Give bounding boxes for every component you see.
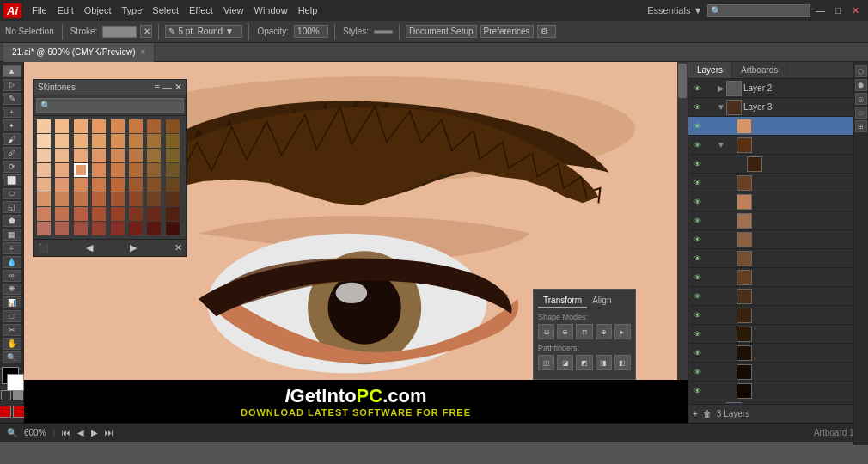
layer-row-1[interactable]: 👁 ▼ Layer 3 [688, 98, 868, 117]
swatch-13[interactable] [129, 134, 143, 148]
vertical-scrollbar[interactable] [677, 62, 688, 412]
swatch-62[interactable] [147, 222, 161, 235]
layer-vis-9[interactable]: 👁 [690, 254, 704, 263]
tool-symbol[interactable]: ❋ [3, 284, 21, 296]
transform-tab[interactable]: Transform [538, 294, 587, 308]
swatch-52[interactable] [111, 207, 125, 221]
skintones-search-input[interactable] [36, 98, 184, 113]
merge-btn[interactable]: ◩ [576, 355, 592, 370]
swatch-63[interactable] [166, 222, 180, 235]
layer-vis-0[interactable]: 👁 [690, 84, 704, 93]
swatch-33[interactable] [55, 178, 69, 192]
layer-expand-0[interactable]: ▶ [716, 83, 726, 93]
intersect-btn[interactable]: ⊓ [576, 324, 592, 339]
crop-btn[interactable]: ◨ [596, 355, 612, 370]
swatch-50[interactable] [74, 207, 88, 221]
styles-box[interactable] [374, 30, 393, 34]
swatch-29[interactable] [129, 163, 143, 177]
layer-row-12[interactable]: 👁 [688, 306, 868, 325]
menu-edit[interactable]: Edit [52, 3, 79, 17]
swatch-40[interactable] [37, 192, 51, 206]
swatch-37[interactable] [129, 178, 143, 192]
right-tool-4[interactable]: ⬭ [855, 107, 867, 119]
expand-btn[interactable]: ▸ [614, 324, 631, 339]
swatch-21[interactable] [129, 149, 143, 162]
swatch-25[interactable] [55, 163, 69, 177]
layer-vis-5[interactable]: 👁 [690, 179, 704, 187]
nav-last[interactable]: ⏭ [105, 428, 113, 437]
swatch-11[interactable] [92, 134, 106, 148]
swatch-51[interactable] [92, 207, 106, 221]
swatch-9[interactable] [55, 134, 69, 148]
swatch-8[interactable] [37, 134, 51, 148]
swatch-36[interactable] [111, 178, 125, 192]
layer-vis-12[interactable]: 👁 [690, 311, 704, 320]
opacity-value[interactable]: 100% [294, 25, 328, 38]
search-box[interactable]: 🔍 [707, 4, 810, 17]
layer-expand-3[interactable]: ▼ [716, 140, 726, 150]
tool-scale[interactable]: ⬜ [3, 174, 21, 186]
align-tab[interactable]: Align [587, 294, 616, 308]
exclude-btn[interactable]: ⊕ [596, 324, 612, 339]
swatch-5[interactable] [129, 119, 143, 133]
tool-erase[interactable]: ✦ [3, 119, 21, 131]
swatch-60[interactable] [111, 222, 125, 235]
swatch-24[interactable] [37, 163, 51, 177]
swatch-34[interactable] [74, 178, 88, 192]
swatch-20[interactable] [111, 149, 125, 162]
swatch-27[interactable] [92, 163, 106, 177]
tool-shape-builder[interactable]: ⬟ [3, 215, 21, 227]
tool-select[interactable]: ▲ [3, 65, 21, 77]
swatch-38[interactable] [147, 178, 161, 192]
swatch-61[interactable] [129, 222, 143, 235]
preferences-btn[interactable]: Preferences [480, 25, 534, 38]
unite-btn[interactable]: ⊔ [538, 324, 554, 339]
tool-add-anchor[interactable]: + [3, 107, 21, 119]
layer-row-3[interactable]: 👁 ▼ [688, 136, 868, 155]
tool-warp[interactable]: ⬭ [3, 188, 21, 200]
outline-btn[interactable]: ◧ [614, 355, 631, 370]
layers-del-btn[interactable]: 🗑 [703, 409, 712, 418]
swatch-12[interactable] [111, 134, 125, 148]
swatch-56[interactable] [37, 222, 51, 235]
right-tool-3[interactable]: ◎ [855, 93, 867, 105]
panel-menu-btn[interactable]: ≡ [155, 82, 160, 93]
tool-brush[interactable]: 🖌 [3, 133, 21, 145]
swatch-2[interactable] [74, 119, 88, 133]
menu-view[interactable]: View [218, 3, 249, 17]
swatch-22[interactable] [147, 149, 161, 162]
swatch-58[interactable] [74, 222, 88, 235]
menu-file[interactable]: File [27, 3, 52, 17]
swatch-0[interactable] [37, 119, 51, 133]
prev-btn[interactable]: ◀ [86, 242, 93, 253]
swatch-15[interactable] [166, 134, 180, 148]
swatch-26[interactable] [74, 163, 88, 177]
tool-free-transform[interactable]: ◱ [3, 201, 21, 213]
swatch-19[interactable] [92, 149, 106, 162]
nav-prev[interactable]: ◀ [77, 428, 84, 437]
layer-vis-10[interactable]: 👁 [690, 273, 704, 282]
swatch-14[interactable] [147, 134, 161, 148]
swatch-18[interactable] [74, 149, 88, 162]
right-tool-1[interactable]: ⬡ [855, 65, 867, 77]
swatch-59[interactable] [92, 222, 106, 235]
menu-type[interactable]: Type [117, 3, 148, 17]
tool-mesh[interactable]: # [3, 242, 21, 254]
layer-vis-8[interactable]: 👁 [690, 235, 704, 244]
layer-vis-16[interactable]: 👁 [690, 387, 704, 395]
layers-add-btn[interactable]: + [693, 409, 698, 418]
background-color[interactable] [7, 374, 24, 391]
swatch-42[interactable] [74, 192, 88, 206]
swatch-44[interactable] [111, 192, 125, 206]
layer-row-15[interactable]: 👁 [688, 363, 868, 382]
layers-tab[interactable]: Layers [688, 62, 732, 78]
layer-vis-14[interactable]: 👁 [690, 349, 704, 357]
minus-front-btn[interactable]: ⊖ [557, 324, 573, 339]
layer-vis-3[interactable]: 👁 [690, 141, 704, 150]
swatch-10[interactable] [74, 134, 88, 148]
panel-min-btn[interactable]: — [162, 82, 172, 93]
color-mode-screen[interactable] [13, 390, 23, 400]
close-swatch-btn[interactable]: ✕ [174, 242, 182, 253]
swatch-17[interactable] [55, 149, 69, 162]
canvas-area[interactable]: Skintones ≡ — ✕ ⬛ ◀ ▶ ✕ [24, 62, 688, 423]
